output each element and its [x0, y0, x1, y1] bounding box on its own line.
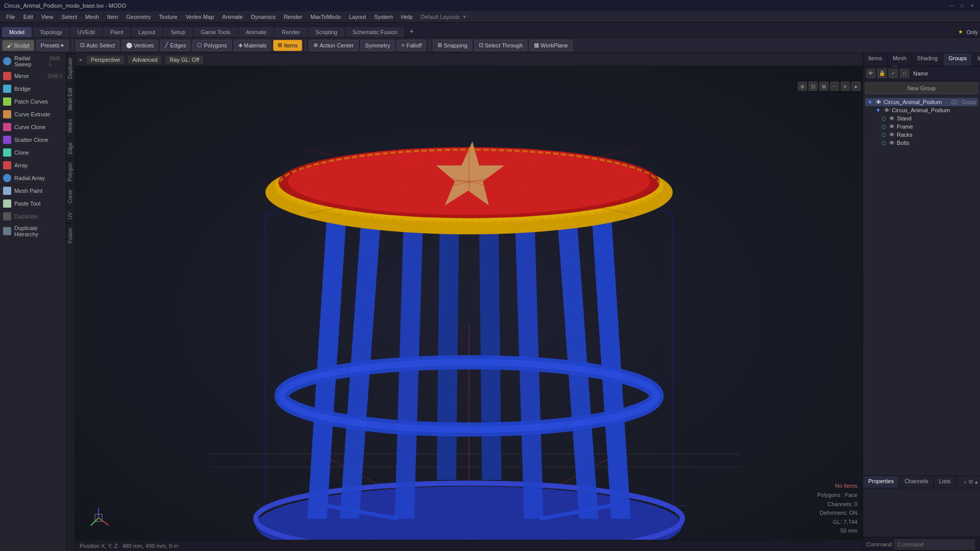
tab-schematic-fusion[interactable]: Schematic Fusion	[346, 27, 404, 37]
menu-render[interactable]: Render	[280, 13, 306, 21]
side-tab-duplicate[interactable]: Duplicate	[66, 53, 75, 83]
rh-lock-icon[interactable]: 🔒	[877, 69, 887, 78]
command-input[interactable]	[894, 539, 975, 549]
viewport[interactable]: ▸ Perspective Advanced Ray GL: Off	[76, 53, 863, 551]
rh-box-icon[interactable]: □	[900, 69, 909, 78]
tool-mirror[interactable]: Mirror Shift-Y	[0, 70, 66, 83]
menu-geometry[interactable]: Geometry	[122, 13, 155, 21]
menu-system[interactable]: System	[370, 13, 397, 21]
right-tab-items[interactable]: Items	[863, 53, 888, 66]
vertices-button[interactable]: ⬤ Vertices	[121, 40, 158, 51]
right-tab-mesh[interactable]: Mesh ...	[888, 53, 912, 66]
tab-model[interactable]: Model	[2, 27, 32, 37]
tool-curve-clone[interactable]: Curve Clone	[0, 121, 66, 134]
polygons-button[interactable]: ⬡ Polygons	[192, 40, 231, 51]
viewport-arrow-icon[interactable]: ▸	[851, 82, 861, 91]
side-tab-vertex[interactable]: Vertex	[66, 114, 75, 137]
menu-layout[interactable]: Layout	[345, 13, 370, 21]
tab-uvedit[interactable]: UVEdit	[70, 27, 102, 37]
minimize-button[interactable]: ─	[948, 2, 955, 9]
menu-item[interactable]: Item	[103, 13, 122, 21]
materials-button[interactable]: ◈ Materials	[234, 40, 272, 51]
symmetry-button[interactable]: Symmetry	[360, 40, 395, 51]
tool-curve-extrude[interactable]: Curve Extrude	[0, 108, 66, 121]
viewport-zoom-icon[interactable]: ⊞	[819, 82, 828, 91]
new-group-button[interactable]: New Group	[865, 83, 978, 94]
tool-duplicate-hierarchy[interactable]: Duplicate Hierarchy	[0, 223, 66, 240]
side-tab-edge[interactable]: Edge	[66, 138, 75, 158]
menu-vertex-map[interactable]: Vertex Map	[182, 13, 218, 21]
viewport-canvas[interactable]: No Items Polygons : Face Channels: 0 Def…	[76, 66, 863, 551]
falloff-button[interactable]: ⟡ Falloff	[397, 40, 426, 51]
right-bottom-tab-channels[interactable]: Channels	[899, 476, 934, 488]
menu-file[interactable]: File	[2, 13, 19, 21]
workplane-button[interactable]: ▦ WorkPlane	[529, 40, 573, 51]
menu-edit[interactable]: Edit	[19, 13, 37, 21]
right-bottom-settings-icon[interactable]: ⚙	[968, 479, 973, 485]
tool-duplicate[interactable]: Duplicate	[0, 210, 66, 223]
right-bottom-expand-icon[interactable]: ▴	[975, 479, 978, 485]
layout-dropdown-icon[interactable]: ▾	[463, 13, 466, 20]
side-tab-uv[interactable]: UV	[66, 208, 75, 223]
tab-game-tools[interactable]: Game Tools	[193, 27, 238, 37]
tree-item-racks[interactable]: ⬡ 👁 Racks	[865, 131, 978, 139]
auto-select-button[interactable]: ⊡ Auto Select	[76, 40, 119, 51]
tool-paste-tool[interactable]: Paste Tool	[0, 197, 66, 210]
tool-radial-sweep[interactable]: Radial Sweep Shift-L	[0, 53, 66, 70]
tool-array[interactable]: Array	[0, 159, 66, 172]
tool-bridge[interactable]: Bridge	[0, 83, 66, 95]
action-center-button[interactable]: ⊕ Action Center	[309, 40, 358, 51]
side-tab-mesh-edit[interactable]: Mesh Edit	[66, 83, 75, 114]
viewport-home-icon[interactable]: ⊕	[798, 82, 807, 91]
menu-dynamics[interactable]: Dynamics	[247, 13, 280, 21]
tool-patch-curves[interactable]: Patch Curves	[0, 95, 66, 108]
tree-item-group[interactable]: ▼ 👁 Circus_Animal_Podium (2) : Group	[865, 98, 978, 106]
rh-eye-icon[interactable]: 👁	[866, 69, 875, 78]
menu-mesh[interactable]: Mesh	[81, 13, 103, 21]
right-tab-shading[interactable]: Shading	[912, 53, 943, 66]
right-tab-images[interactable]: Images	[972, 53, 980, 66]
viewport-raygl-button[interactable]: Ray GL: Off	[165, 56, 203, 64]
menu-maxtomodo[interactable]: MaxToModo	[306, 13, 345, 21]
tree-item-circus-podium[interactable]: ▼ 👁 Circus_Animal_Podium	[865, 106, 978, 114]
tree-item-frame[interactable]: ⬡ 👁 Frame	[865, 122, 978, 131]
right-bottom-tab-lists[interactable]: Lists	[934, 476, 957, 488]
side-tab-polygon[interactable]: Polygon	[66, 158, 75, 185]
right-bottom-add-icon[interactable]: +	[964, 479, 967, 485]
tab-render[interactable]: Render	[275, 27, 307, 37]
viewport-settings-icon[interactable]: ≡	[841, 82, 850, 91]
presets-button[interactable]: Presets ▸	[36, 40, 69, 51]
viewport-fit-icon[interactable]: ⊡	[808, 82, 818, 91]
right-tab-groups[interactable]: Groups	[943, 53, 972, 66]
right-bottom-tab-properties[interactable]: Properties	[863, 476, 899, 488]
tab-scripting[interactable]: Scripting	[308, 27, 345, 37]
maximize-button[interactable]: □	[959, 2, 966, 9]
tab-animate[interactable]: Animate	[239, 27, 274, 37]
viewport-camera-icon[interactable]: ⋯	[830, 82, 839, 91]
edges-button[interactable]: ╱ Edges	[160, 40, 190, 51]
viewport-perspective-button[interactable]: Perspective	[87, 56, 124, 64]
menu-select[interactable]: Select	[57, 13, 81, 21]
rh-check-icon[interactable]: ✓	[889, 69, 898, 78]
items-button[interactable]: ⊞ Items	[273, 40, 302, 51]
menu-view[interactable]: View	[37, 13, 58, 21]
snapping-button[interactable]: ⊞ Snapping	[433, 40, 472, 51]
tool-radial-array[interactable]: Radial Array	[0, 172, 66, 185]
select-through-button[interactable]: ⊡ Select Through	[474, 40, 527, 51]
tree-item-bolts[interactable]: ⬡ 👁 Bolts	[865, 139, 978, 147]
menu-animate[interactable]: Animate	[218, 13, 247, 21]
tab-topology[interactable]: Topology	[33, 27, 69, 37]
tab-paint[interactable]: Paint	[103, 27, 130, 37]
tree-item-stand[interactable]: ⬡ 👁 Stand	[865, 114, 978, 122]
tool-mesh-paint[interactable]: Mesh Paint	[0, 185, 66, 197]
menu-help[interactable]: Help	[397, 13, 417, 21]
close-button[interactable]: ✕	[969, 2, 976, 9]
sculpt-button[interactable]: 🖌 Sculpt	[2, 40, 34, 51]
viewport-advanced-button[interactable]: Advanced	[128, 56, 161, 64]
add-tab-button[interactable]: +	[405, 25, 418, 37]
side-tab-curve[interactable]: Curve	[66, 185, 75, 208]
menu-texture[interactable]: Texture	[155, 13, 182, 21]
tab-layout[interactable]: Layout	[131, 27, 162, 37]
tab-setup[interactable]: Setup	[163, 27, 192, 37]
tool-clone[interactable]: Clone	[0, 146, 66, 159]
